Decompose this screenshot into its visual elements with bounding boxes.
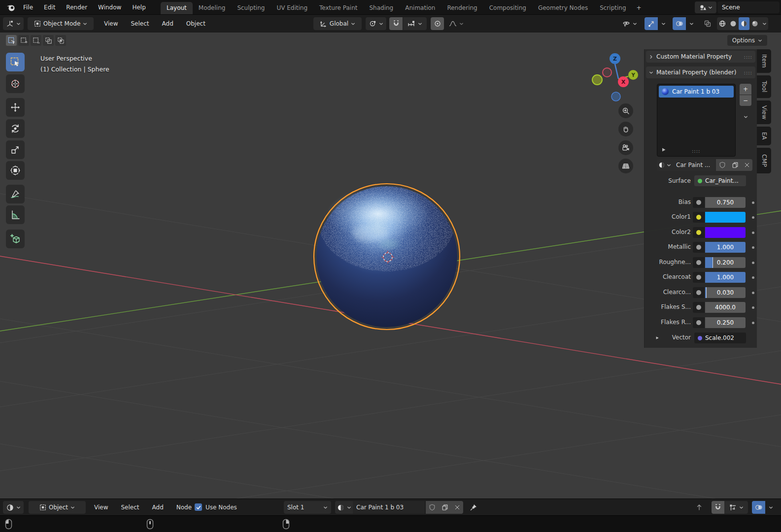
animate-dot[interactable] (752, 201, 754, 204)
unlink-material-button[interactable] (451, 501, 463, 514)
gizmo-settings-dropdown[interactable] (658, 17, 668, 30)
tab-rendering[interactable]: Rendering (441, 2, 483, 14)
menu-object[interactable]: Object (180, 20, 212, 27)
material-slot-list[interactable]: Car Paint 1 b 03 :::: (657, 84, 736, 157)
bias-slider[interactable]: 0.750 (705, 197, 746, 208)
vector-input-field[interactable]: Scale.002 (694, 332, 746, 343)
clearcoat-slider[interactable]: 1.000 (705, 272, 746, 283)
roughness-slider[interactable]: 0.200 (705, 257, 746, 268)
gizmo-z-neg-axis[interactable] (611, 92, 620, 101)
socket-button[interactable] (693, 317, 705, 328)
pan-button[interactable] (618, 122, 633, 136)
socket-button[interactable] (693, 302, 705, 313)
animate-dot[interactable] (752, 246, 754, 249)
material-browse-button[interactable] (657, 159, 673, 171)
tool-cursor[interactable] (6, 74, 25, 93)
menu-window[interactable]: Window (93, 4, 127, 11)
list-resize-grip[interactable]: :::: (692, 148, 700, 154)
tab-texture-paint[interactable]: Texture Paint (313, 2, 363, 14)
animate-dot[interactable] (752, 292, 754, 294)
socket-button[interactable] (693, 287, 705, 298)
material-specials-dropdown[interactable] (740, 111, 751, 123)
new-material-button[interactable] (729, 159, 742, 171)
menu-view[interactable]: View (98, 20, 124, 27)
tool-rotate[interactable] (6, 119, 25, 138)
overlays-settings-dropdown[interactable] (766, 501, 776, 514)
surface-shader-field[interactable]: Car_Paint... (694, 175, 746, 186)
sidebar-tab-item[interactable]: Item (757, 49, 771, 73)
tab-animation[interactable]: Animation (399, 2, 441, 14)
panel-drag-grip[interactable]: :::: (744, 54, 752, 60)
menu-add[interactable]: Add (156, 20, 180, 27)
select-mode-subtract-button[interactable] (31, 35, 41, 46)
shading-solid-button[interactable] (728, 17, 739, 30)
material-name-field[interactable]: Car Paint 1 b 03 (353, 501, 425, 514)
tab-scripting[interactable]: Scripting (594, 2, 632, 14)
menu-file[interactable]: File (18, 4, 38, 11)
editor-type-button[interactable] (3, 501, 24, 514)
menu-help[interactable]: Help (127, 4, 151, 11)
shader-type-dropdown[interactable]: Object (29, 501, 86, 514)
clearcoat-roughness-slider[interactable]: 0.030 (705, 287, 746, 298)
scene-browse-button[interactable] (695, 1, 716, 13)
socket-button[interactable] (693, 257, 705, 268)
socket-button[interactable] (693, 197, 705, 208)
material-slot-selected[interactable]: Car Paint 1 b 03 (659, 86, 734, 98)
show-overlays-toggle[interactable] (673, 17, 686, 30)
menu-node[interactable]: Node (170, 504, 198, 511)
animate-dot[interactable] (752, 216, 754, 219)
tool-select-box[interactable] (6, 53, 25, 71)
shading-settings-dropdown[interactable] (760, 17, 768, 30)
object-visibility-dropdown[interactable] (618, 17, 641, 30)
shading-wireframe-button[interactable] (717, 17, 728, 30)
perspective-toggle-button[interactable] (618, 159, 633, 173)
transform-orientation-dropdown[interactable]: Global (313, 17, 362, 30)
socket-button[interactable] (693, 227, 705, 238)
tool-measure[interactable] (6, 205, 25, 224)
viewport-3d[interactable]: Options User Perspective (1) Collection … (0, 33, 781, 499)
xray-toggle[interactable] (701, 17, 714, 30)
socket-button[interactable] (693, 212, 705, 223)
new-material-button[interactable] (439, 501, 451, 514)
show-gizmo-toggle[interactable] (645, 17, 658, 30)
animate-dot[interactable] (752, 262, 754, 264)
tab-geometry-nodes[interactable]: Geometry Nodes (532, 2, 594, 14)
mode-dropdown[interactable]: Object Mode (28, 17, 94, 30)
socket-button[interactable] (693, 242, 705, 253)
sidebar-tab-view[interactable]: View (757, 100, 771, 124)
snap-toggle-button[interactable] (389, 17, 403, 30)
select-mode-invert-button[interactable] (43, 35, 54, 46)
camera-view-button[interactable] (618, 140, 633, 155)
tool-scale[interactable] (6, 140, 25, 159)
tool-transform[interactable] (6, 161, 25, 180)
unlink-material-button[interactable] (742, 159, 752, 171)
material-name-field[interactable]: Car Paint ... (673, 159, 715, 171)
animate-dot[interactable] (752, 276, 754, 279)
blender-logo-icon[interactable] (6, 2, 16, 12)
panel-custom-material-property[interactable]: Custom Material Property :::: (646, 51, 755, 63)
tab-shading[interactable]: Shading (363, 2, 399, 14)
tab-layout[interactable]: Layout (161, 2, 193, 14)
shading-rendered-button[interactable] (749, 17, 760, 30)
slot-dropdown[interactable]: Slot 1 (284, 501, 331, 514)
fake-user-button[interactable] (716, 159, 729, 171)
tool-annotate[interactable] (6, 185, 25, 203)
parent-node-tree-button[interactable] (692, 501, 707, 514)
snap-settings-dropdown[interactable] (403, 17, 427, 30)
add-material-slot-button[interactable]: + (740, 84, 751, 95)
gizmo-x-neg-axis[interactable] (603, 68, 611, 77)
animate-dot[interactable] (752, 232, 754, 234)
select-mode-set-button[interactable] (6, 35, 17, 46)
proportional-falloff-dropdown[interactable] (444, 17, 468, 30)
select-mode-intersect-button[interactable] (55, 35, 66, 46)
remove-material-slot-button[interactable]: − (740, 95, 751, 106)
color2-swatch[interactable] (705, 227, 746, 238)
menu-render[interactable]: Render (61, 4, 93, 11)
tool-add-primitive[interactable] (6, 230, 25, 248)
animate-dot[interactable] (752, 322, 754, 324)
zoom-button[interactable] (618, 103, 633, 118)
tool-move[interactable] (6, 98, 25, 117)
scene-name-field[interactable]: Scene (717, 1, 780, 13)
sidebar-tab-cmp[interactable]: CMP (757, 148, 771, 173)
menu-select[interactable]: Select (124, 20, 155, 27)
